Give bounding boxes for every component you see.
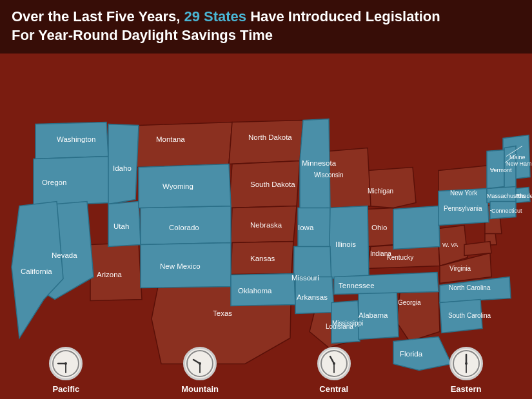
clock-pacific [49, 347, 83, 380]
state-kansas [231, 242, 293, 275]
timezone-mountain-label: Mountain [181, 384, 219, 394]
state-idaho [108, 124, 139, 204]
timezone-central: Central [317, 347, 351, 394]
timezone-mountain: Mountain [181, 347, 219, 394]
state-connecticut [490, 202, 516, 219]
state-mississippi [331, 301, 360, 344]
clock-mountain [183, 347, 217, 380]
svg-point-3 [64, 362, 67, 365]
state-montana [135, 122, 232, 168]
timezone-pacific: Pacific [49, 347, 83, 394]
state-indiana [368, 208, 395, 247]
svg-point-15 [465, 362, 468, 365]
state-minnesota [300, 119, 330, 209]
title-line2: For Year-Round Daylight Savings Time [12, 27, 273, 43]
state-new-hampshire [504, 146, 516, 189]
state-iowa [298, 208, 330, 248]
state-arizona [90, 243, 142, 301]
state-michigan [368, 168, 416, 208]
state-nebraska [231, 206, 297, 243]
state-pennsylvania [438, 189, 489, 226]
svg-point-7 [199, 362, 201, 365]
header: Over the Last Five Years, 29 States Have… [0, 0, 532, 54]
title-highlight: 29 States [184, 8, 246, 24]
state-oklahoma [231, 274, 295, 306]
state-washington [35, 122, 108, 159]
state-north-dakota [229, 121, 303, 164]
state-oregon [34, 157, 110, 206]
timezone-eastern-label: Eastern [451, 384, 482, 394]
timezone-central-label: Central [319, 384, 348, 394]
title: Over the Last Five Years, 29 States Have… [12, 8, 520, 44]
state-wyoming [139, 164, 231, 208]
title-prefix: Over the Last Five Years, [12, 8, 184, 24]
title-suffix: Have Introduced Legislation [246, 8, 440, 24]
state-south-dakota [229, 161, 300, 208]
state-colorado [141, 206, 231, 245]
state-wisconsin [329, 148, 371, 208]
svg-point-11 [333, 362, 335, 365]
timezone-bar: Pacific Mountain C [0, 341, 532, 399]
state-georgia [397, 290, 440, 342]
state-vermont [487, 150, 504, 189]
state-arkansas [295, 277, 334, 314]
clock-pacific-svg [52, 349, 80, 378]
timezone-eastern: Eastern [449, 347, 483, 394]
state-alabama [359, 288, 399, 340]
state-utah [108, 202, 141, 247]
state-maryland [464, 242, 491, 256]
timezone-pacific-label: Pacific [52, 384, 79, 394]
state-south-carolina [440, 300, 482, 333]
clock-central [317, 347, 351, 380]
clock-central-svg [320, 349, 348, 378]
state-new-mexico [141, 243, 231, 288]
state-ohio [393, 206, 440, 249]
state-california [12, 202, 63, 338]
clock-mountain-svg [186, 349, 214, 378]
state-massachusetts [487, 187, 517, 203]
clock-eastern-svg [452, 349, 480, 378]
state-illinois [329, 206, 369, 279]
clock-eastern [449, 347, 483, 380]
